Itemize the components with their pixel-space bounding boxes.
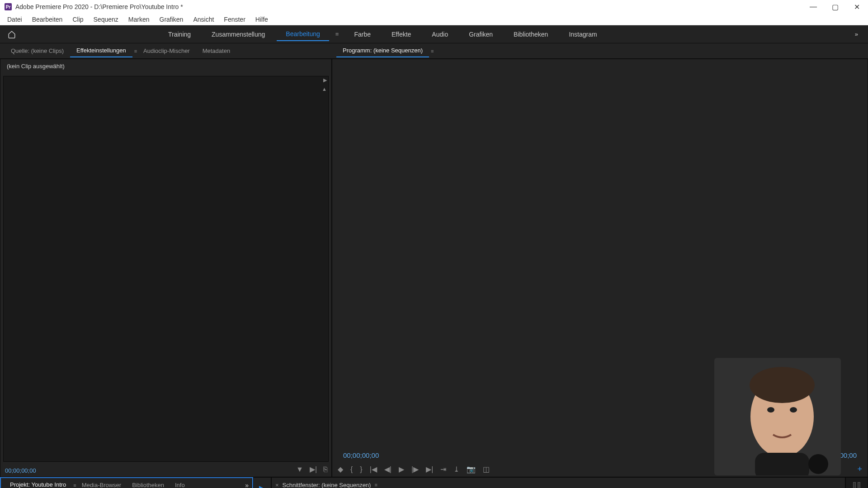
tab-media-browser[interactable]: Media-Browser: [76, 479, 127, 488]
goto-in-icon[interactable]: |◀: [370, 465, 377, 474]
tab-audioclip-mischer[interactable]: Audioclip-Mischer: [137, 45, 196, 57]
effect-controls-panel: (kein Clip ausgewählt) ▶ ▲ 00;00;00;00: [0, 59, 332, 477]
tab-metadaten[interactable]: Metadaten: [196, 45, 236, 57]
webcam-overlay: [714, 358, 841, 475]
workspace-grafiken[interactable]: Grafiken: [460, 28, 502, 41]
timeline-menu-icon[interactable]: ≡: [374, 482, 377, 488]
insert-icon[interactable]: ▶|: [310, 465, 317, 474]
tab-bibliotheken[interactable]: Bibliotheken: [127, 479, 170, 488]
menubar: Datei Bearbeiten Clip Sequenz Marken Gra…: [0, 14, 868, 25]
menu-clip[interactable]: Clip: [68, 14, 88, 24]
comparison-icon[interactable]: ◫: [483, 465, 490, 474]
menu-hilfe[interactable]: Hilfe: [251, 14, 273, 24]
meter-bar-right: [858, 482, 860, 488]
program-timecode-left: 00;00;00;00: [343, 451, 379, 459]
lift-icon[interactable]: ⇥: [440, 465, 446, 474]
tab-info[interactable]: Info: [170, 479, 190, 488]
timeline-panel: × Schnittfenster: (keine Sequenzen) ≡ 00…: [271, 477, 845, 488]
marker-icon[interactable]: ◆: [338, 465, 343, 474]
menu-ansicht[interactable]: Ansicht: [189, 14, 218, 24]
workspace-bearbeitung[interactable]: Bearbeitung: [277, 28, 329, 41]
goto-out-icon[interactable]: ▶|: [426, 465, 433, 474]
window-minimize[interactable]: —: [807, 3, 820, 11]
home-button[interactable]: [5, 28, 18, 41]
out-point-icon[interactable]: }: [360, 465, 362, 474]
svg-rect-5: [755, 453, 809, 475]
camera-icon[interactable]: 📷: [467, 465, 476, 474]
workspace-bar: Training Zusammenstellung Bearbeitung ≡ …: [0, 25, 868, 43]
source-panel-tabs: Quelle: (keine Clips) Effekteinstellunge…: [0, 43, 332, 59]
menu-grafiken[interactable]: Grafiken: [155, 14, 188, 24]
menu-fenster[interactable]: Fenster: [219, 14, 250, 24]
tab-projekt[interactable]: Projekt: Youtube Intro: [5, 479, 71, 488]
workspace-zusammenstellung[interactable]: Zusammenstellung: [203, 28, 274, 41]
workspace-farbe[interactable]: Farbe: [345, 28, 380, 41]
menu-bearbeiten[interactable]: Bearbeiten: [28, 14, 67, 24]
titlebar-title: Adobe Premiere Pro 2020 - D:\Premiere Pr…: [15, 3, 807, 10]
timeline-title: Schnittfenster: (keine Sequenzen): [283, 482, 371, 488]
menu-sequenz[interactable]: Sequenz: [89, 14, 123, 24]
timeline-close-icon[interactable]: ×: [275, 482, 279, 488]
no-clip-label: (kein Clip ausgewählt): [0, 59, 331, 73]
project-panel: Projekt: Youtube Intro ≡ Media-Browser B…: [0, 477, 253, 488]
svg-point-2: [750, 367, 815, 403]
workspace-menu-icon[interactable]: ≡: [332, 31, 343, 38]
source-timecode: 00;00;00;00: [0, 465, 331, 477]
meter-bar-left: [853, 482, 856, 488]
workspace-effekte[interactable]: Effekte: [382, 28, 420, 41]
tab-effekteinstellungen[interactable]: Effekteinstellungen: [70, 44, 132, 57]
menu-marken[interactable]: Marken: [124, 14, 154, 24]
workspace-bibliotheken[interactable]: Bibliotheken: [505, 28, 557, 41]
workspace-audio[interactable]: Audio: [423, 28, 457, 41]
in-point-icon[interactable]: {: [350, 465, 353, 474]
window-close[interactable]: ✕: [850, 3, 863, 11]
workspace-instagram[interactable]: Instagram: [560, 28, 606, 41]
app-icon: Pr: [5, 3, 12, 10]
collapse-up-icon[interactable]: ▲: [322, 86, 327, 92]
workspace-overflow[interactable]: »: [850, 31, 863, 38]
project-tabs: Projekt: Youtube Intro ≡ Media-Browser B…: [1, 478, 252, 488]
svg-point-3: [767, 407, 774, 413]
svg-point-6: [808, 454, 828, 474]
selection-tool[interactable]: ▶: [257, 483, 268, 488]
filter-icon[interactable]: ▼: [296, 465, 303, 474]
window-maximize[interactable]: ▢: [828, 3, 842, 11]
add-button-icon[interactable]: +: [857, 465, 862, 474]
extract-icon[interactable]: ⤓: [453, 465, 459, 474]
play-icon[interactable]: ▶: [399, 465, 404, 474]
tool-strip: ▶ ⇥ ⇄ ✂ |↔| ✎ ✋ T: [253, 477, 271, 488]
effect-controls-body: [3, 76, 329, 462]
titlebar: Pr Adobe Premiere Pro 2020 - D:\Premiere…: [0, 0, 868, 14]
step-back-icon[interactable]: ◀|: [384, 465, 392, 474]
project-overflow[interactable]: »: [245, 482, 249, 488]
tab-quelle[interactable]: Quelle: (keine Clips): [5, 45, 70, 57]
program-panel-tabs: Programm: (keine Sequenzen) ≡: [332, 43, 868, 59]
svg-point-4: [790, 407, 797, 413]
program-tab-menu-icon[interactable]: ≡: [431, 48, 434, 54]
expand-right-icon[interactable]: ▶: [323, 77, 327, 83]
program-tab[interactable]: Programm: (keine Sequenzen): [336, 44, 429, 57]
export-icon[interactable]: ⎘: [323, 465, 328, 474]
step-forward-icon[interactable]: |▶: [411, 465, 419, 474]
menu-datei[interactable]: Datei: [3, 14, 27, 24]
audio-meters: 0 -2 -4 -6 -8 -10 -12 -14 -16 -18 -20 -2…: [845, 477, 868, 488]
workspace-training[interactable]: Training: [159, 28, 200, 41]
home-icon: [8, 30, 16, 38]
